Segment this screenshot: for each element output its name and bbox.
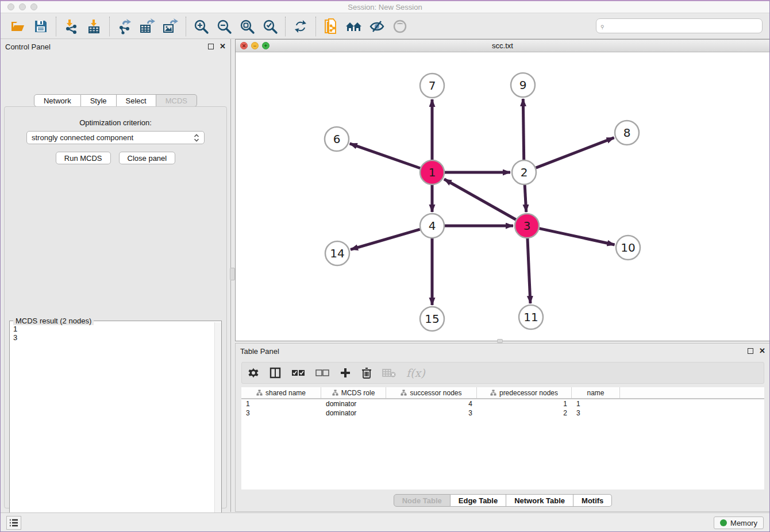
- close-panel-button[interactable]: Close panel: [119, 152, 176, 164]
- select-all-button[interactable]: [291, 365, 305, 380]
- graph-edge-3-11[interactable]: [528, 238, 530, 303]
- column-header-shared-name[interactable]: shared name: [241, 387, 321, 398]
- memory-button[interactable]: Memory: [714, 516, 764, 529]
- tab-edge-table[interactable]: Edge Table: [451, 494, 506, 507]
- table-cell[interactable]: 1: [572, 400, 620, 408]
- vertical-splitter-handle[interactable]: [230, 268, 235, 280]
- table-cell[interactable]: 4: [386, 400, 477, 408]
- graph-node-label-14: 14: [330, 246, 344, 260]
- tab-node-table[interactable]: Node Table: [394, 494, 451, 507]
- tab-select[interactable]: Select: [117, 94, 156, 107]
- tab-network-table[interactable]: Network Table: [506, 494, 573, 507]
- column-header-name[interactable]: name: [572, 387, 620, 398]
- first-neighbors-button[interactable]: [344, 17, 364, 36]
- eye-disabled-icon: [392, 19, 408, 34]
- tab-mcds[interactable]: MCDS: [156, 94, 197, 107]
- delete-table-icon: [382, 368, 396, 378]
- column-header-successor-nodes[interactable]: successor nodes: [386, 387, 477, 398]
- tab-network[interactable]: Network: [34, 94, 81, 107]
- delete-table-button[interactable]: [382, 365, 396, 380]
- mcds-pane: Optimization criterion: strongly connect…: [4, 106, 227, 508]
- graph-edge-2-9[interactable]: [523, 99, 523, 160]
- table-cell[interactable]: 1: [241, 400, 321, 408]
- graph-edge-3-10[interactable]: [540, 229, 615, 245]
- export-network-button[interactable]: [115, 17, 134, 36]
- hide-selected-button[interactable]: [367, 17, 387, 36]
- open-session-button[interactable]: [8, 17, 28, 36]
- graph-edge-3-1[interactable]: [444, 179, 516, 219]
- run-mcds-button[interactable]: Run MCDS: [56, 152, 111, 164]
- table-panel-header: Table Panel ✕: [236, 344, 770, 358]
- export-image-button[interactable]: [161, 17, 180, 36]
- mcds-result-scrollbar[interactable]: [214, 322, 221, 532]
- search-icon: ⌕: [597, 21, 607, 31]
- column-layout-button[interactable]: [270, 365, 281, 380]
- checked-boxes-icon: [291, 369, 305, 377]
- column-settings-button[interactable]: [248, 365, 259, 380]
- table-row[interactable]: 1dominator411: [241, 399, 764, 408]
- toolbar-separator: [56, 17, 56, 36]
- table-cell[interactable]: 3: [572, 409, 620, 417]
- table-panel: Table Panel ✕: [235, 343, 770, 512]
- graph-node-label-4: 4: [429, 219, 436, 233]
- table-panel-title: Table Panel: [240, 347, 748, 356]
- graph-node-label-2: 2: [521, 165, 528, 179]
- unselect-all-button[interactable]: [315, 365, 329, 380]
- graph-node-label-15: 15: [425, 312, 439, 326]
- control-panel: Control Panel ✕ Network Style Select MCD…: [1, 39, 231, 512]
- graph-edge-4-14[interactable]: [351, 229, 420, 249]
- close-panel-icon[interactable]: ✕: [220, 44, 226, 49]
- table-cell[interactable]: dominator: [321, 400, 386, 408]
- eye-slash-icon: [368, 19, 386, 34]
- horizontal-splitter-handle[interactable]: [497, 339, 503, 343]
- zoom-fit-button[interactable]: [237, 17, 257, 36]
- table-row[interactable]: 3dominator323: [241, 408, 764, 418]
- zoom-selected-button[interactable]: [260, 17, 280, 36]
- show-all-button[interactable]: [390, 17, 410, 36]
- search-input[interactable]: [607, 20, 762, 32]
- function-builder-button[interactable]: f(x): [406, 365, 425, 380]
- apply-layout-button[interactable]: [291, 17, 310, 36]
- optimization-criterion-select[interactable]: strongly connected component: [26, 131, 205, 144]
- zoom-in-button[interactable]: [191, 17, 211, 36]
- zoom-out-button[interactable]: [214, 17, 234, 36]
- graph-edge-2-8[interactable]: [536, 138, 614, 168]
- save-session-button[interactable]: [31, 17, 51, 36]
- table-cell[interactable]: 3: [241, 409, 321, 417]
- toolbar-separator: [109, 17, 110, 36]
- column-header-MCDS-role[interactable]: MCDS role: [321, 387, 386, 398]
- float-panel-icon[interactable]: [208, 44, 214, 49]
- table-cell[interactable]: 3: [386, 409, 477, 417]
- table-cell[interactable]: dominator: [321, 409, 386, 417]
- add-row-button[interactable]: [340, 365, 351, 380]
- float-table-panel-icon[interactable]: [748, 348, 753, 354]
- column-label: successor nodes: [410, 389, 461, 397]
- app-titlebar: Session: New Session: [1, 1, 769, 13]
- export-network-icon: [117, 18, 133, 34]
- network-canvas[interactable]: 1234678910111415: [236, 52, 769, 341]
- mcds-result-list[interactable]: 1 3: [10, 322, 214, 532]
- network-graph[interactable]: 1234678910111415: [236, 52, 769, 341]
- toolbar-search: ⌕: [596, 18, 763, 33]
- delete-row-button[interactable]: [361, 365, 372, 380]
- tab-style[interactable]: Style: [81, 94, 117, 107]
- graph-edge-2-3[interactable]: [525, 185, 526, 212]
- graph-edge-1-6[interactable]: [350, 144, 421, 168]
- column-header-predecessor-nodes[interactable]: predecessor nodes: [477, 387, 572, 398]
- close-table-panel-icon[interactable]: ✕: [759, 348, 765, 354]
- app-title: Session: New Session: [1, 3, 769, 11]
- export-table-button[interactable]: [138, 17, 157, 36]
- table-cell[interactable]: 2: [477, 409, 572, 417]
- import-network-button[interactable]: [61, 17, 81, 36]
- clone-network-button[interactable]: [321, 17, 341, 36]
- mcds-result-box: MCDS result (2 nodes) 1 3: [9, 321, 222, 532]
- zoom-out-icon: [216, 18, 232, 34]
- houses-icon: [345, 19, 363, 34]
- task-history-button[interactable]: [6, 516, 21, 530]
- network-window-titlebar[interactable]: ✕ − + scc.txt: [236, 40, 769, 52]
- table-cell[interactable]: 1: [477, 400, 572, 408]
- import-table-button[interactable]: [84, 17, 104, 36]
- memory-label: Memory: [730, 519, 757, 527]
- toolbar-separator: [315, 17, 316, 36]
- tab-motifs[interactable]: Motifs: [573, 494, 612, 507]
